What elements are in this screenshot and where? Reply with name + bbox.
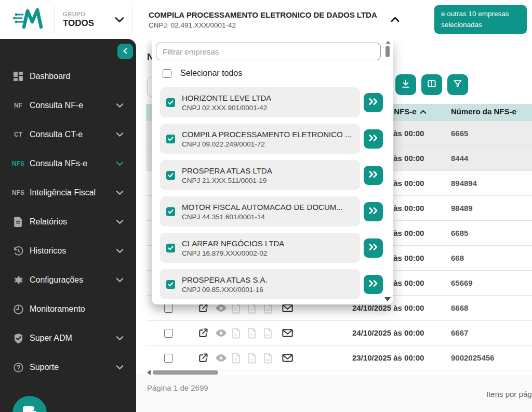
history-icon bbox=[11, 246, 25, 257]
sidebar-item-historicos[interactable]: Historicos bbox=[0, 236, 136, 265]
company-checkbox[interactable] bbox=[166, 135, 175, 143]
code-icon[interactable]: <> bbox=[246, 327, 258, 339]
group-selector[interactable]: GRUPO TODOS bbox=[63, 11, 108, 29]
download-button[interactable] bbox=[395, 74, 416, 95]
sidebar-item-relato-rios[interactable]: Relatórios bbox=[0, 207, 136, 236]
pdf-icon[interactable]: A bbox=[231, 352, 242, 364]
ab-icon[interactable]: AB bbox=[262, 327, 274, 339]
sidebar-item-consulta-ct-e[interactable]: CTConsulta CT-e bbox=[0, 120, 136, 149]
company-item[interactable]: HORIZONTE LEVE LTDACNPJ 02.XXX.901/0001-… bbox=[160, 87, 360, 117]
ab-icon[interactable]: AB bbox=[262, 352, 274, 364]
svg-text:A: A bbox=[234, 333, 237, 336]
chevron-up-icon[interactable] bbox=[391, 17, 400, 22]
other-companies-badge[interactable]: e outras 10 empresas selecionadas bbox=[434, 5, 527, 34]
company-checkbox[interactable] bbox=[166, 244, 175, 252]
dropdown-scrollbar-thumb[interactable] bbox=[385, 46, 390, 57]
filter-companies-input[interactable] bbox=[156, 43, 381, 60]
eye-icon[interactable] bbox=[215, 352, 227, 364]
company-expand-button[interactable] bbox=[364, 129, 383, 149]
sidebar-item-dashboard[interactable]: Dashboard bbox=[0, 62, 136, 91]
pdf-icon[interactable]: A bbox=[231, 327, 242, 339]
sidebar-item-label: Inteligência Fiscal bbox=[30, 188, 96, 197]
sidebar-item-super-adm[interactable]: Super ADM bbox=[0, 324, 136, 353]
company-expand-button[interactable] bbox=[364, 238, 383, 258]
sidebar-item-label: Consulta NF-e bbox=[30, 101, 83, 110]
funnel-icon bbox=[453, 78, 463, 91]
shield-icon bbox=[11, 333, 25, 344]
company-row: COMPILA PROCESSAMENTO ELETRONICO ...CNPJ… bbox=[160, 124, 383, 154]
external-icon[interactable] bbox=[197, 352, 209, 364]
company-checkbox[interactable] bbox=[166, 280, 175, 289]
double-chevron-right-icon bbox=[368, 170, 379, 180]
hscroll-left-arrow[interactable] bbox=[147, 370, 151, 375]
company-cnpj: CNPJ 21.XXX.511/0001-19 bbox=[182, 177, 272, 184]
current-company[interactable]: COMPILA PROCESSAMENTO ELETRONICO DE DADO… bbox=[149, 10, 377, 29]
row-number: 98489 bbox=[451, 204, 473, 212]
page-info: Página 1 de 2699 bbox=[147, 383, 208, 392]
chevron-down-icon bbox=[116, 103, 124, 108]
company-cnpj: CNPJ 44.351.601/0001-14 bbox=[182, 213, 343, 221]
company-checkbox[interactable] bbox=[166, 171, 175, 180]
footer-bar bbox=[136, 375, 532, 412]
columns-button[interactable] bbox=[421, 74, 442, 95]
company-expand-button[interactable] bbox=[364, 202, 383, 221]
company-item[interactable]: CLAREAR NEGÓCIOS LTDACNPJ 16.879.XXX/000… bbox=[160, 233, 360, 263]
items-per-page-label: Itens por página bbox=[486, 390, 532, 398]
sidebar-item-intelige-ncia-fiscal[interactable]: NFSInteligência Fiscal bbox=[0, 178, 136, 207]
select-all-row[interactable]: Selecionar todos bbox=[163, 69, 242, 78]
sidebar-collapse-button[interactable] bbox=[117, 44, 133, 59]
company-checkbox[interactable] bbox=[166, 207, 175, 216]
code-icon[interactable]: <> bbox=[246, 352, 258, 364]
nf-icon: NF bbox=[11, 102, 25, 109]
sidebar-item-consulta-nf-e[interactable]: NFConsulta NF-e bbox=[0, 91, 136, 120]
sidebar-item-label: Consulta NFs-e bbox=[30, 159, 87, 168]
company-expand-button[interactable] bbox=[364, 166, 383, 185]
company-cnpj: CNPJ 09.85.XXX/0001-16 bbox=[182, 286, 268, 294]
company-item[interactable]: PROSPERA ATLAS LTDACNPJ 21.XXX.511/0001-… bbox=[160, 160, 360, 190]
columns-icon bbox=[427, 78, 437, 91]
app-header: GRUPO TODOS COMPILA PROCESSAMENTO ELETRO… bbox=[0, 0, 532, 39]
mail-icon[interactable] bbox=[282, 352, 293, 364]
chevron-down-icon bbox=[116, 161, 124, 166]
company-dropdown: Selecionar todos HORIZONTE LEVE LTDACNPJ… bbox=[152, 39, 393, 304]
company-checkbox[interactable] bbox=[166, 98, 175, 107]
mail-icon[interactable] bbox=[282, 327, 293, 339]
company-item[interactable]: MOTOR FISCAL AUTOMACAO DE DOCUM...CNPJ 4… bbox=[160, 196, 360, 227]
svg-text:AB: AB bbox=[265, 333, 270, 336]
company-row: PROSPERA ATLAS S.A.CNPJ 09.85.XXX/0001-1… bbox=[160, 269, 383, 299]
chevron-down-icon[interactable] bbox=[115, 17, 124, 23]
chevron-down-icon bbox=[116, 277, 124, 283]
company-item[interactable]: COMPILA PROCESSAMENTO ELETRONICO ...CNPJ… bbox=[160, 124, 360, 154]
sidebar-item-configurac-o-es[interactable]: Configurações bbox=[0, 265, 136, 295]
scroll-up-arrow[interactable] bbox=[385, 41, 391, 44]
row-date: 23/10/2025 às 00:00 bbox=[352, 353, 424, 362]
dashboard-icon bbox=[11, 71, 25, 82]
sidebar-item-monitoramento[interactable]: Monitoramento bbox=[0, 295, 136, 324]
nfs-icon: NFS bbox=[11, 189, 25, 196]
hscroll-thumb[interactable] bbox=[153, 370, 218, 375]
select-all-checkbox[interactable] bbox=[163, 69, 171, 78]
svg-text:<>: <> bbox=[250, 333, 254, 336]
filter-button[interactable] bbox=[447, 74, 468, 95]
chevron-down-icon bbox=[116, 248, 124, 254]
row-checkbox[interactable] bbox=[164, 354, 173, 363]
row-number: 6665 bbox=[451, 129, 468, 138]
row-number: 9002025456 bbox=[451, 353, 494, 362]
chevron-down-icon bbox=[116, 365, 124, 370]
sidebar-item-consulta-nfs-e[interactable]: NFSConsulta NFs-e bbox=[0, 149, 136, 178]
row-checkbox[interactable] bbox=[164, 329, 173, 338]
company-row: CLAREAR NEGÓCIOS LTDACNPJ 16.879.XXX/000… bbox=[160, 233, 383, 263]
company-item[interactable]: PROSPERA ATLAS S.A.CNPJ 09.85.XXX/0001-1… bbox=[160, 269, 360, 299]
sidebar-item-label: Dashboard bbox=[30, 72, 70, 81]
sidebar-item-suporte[interactable]: Suporte bbox=[0, 353, 136, 382]
company-expand-button[interactable] bbox=[364, 93, 383, 112]
sidebar-menu: DashboardNFConsulta NF-eCTConsulta CT-eN… bbox=[0, 62, 136, 382]
row-number: 894894 bbox=[451, 179, 477, 188]
external-icon[interactable] bbox=[197, 327, 209, 339]
company-row: HORIZONTE LEVE LTDACNPJ 02.XXX.901/0001-… bbox=[160, 87, 383, 117]
scroll-down-arrow[interactable] bbox=[384, 297, 391, 301]
svg-text:AB: AB bbox=[265, 358, 270, 361]
eye-icon[interactable] bbox=[215, 327, 227, 339]
company-name: MOTOR FISCAL AUTOMACAO DE DOCUM... bbox=[182, 203, 343, 211]
company-expand-button[interactable] bbox=[364, 275, 383, 294]
